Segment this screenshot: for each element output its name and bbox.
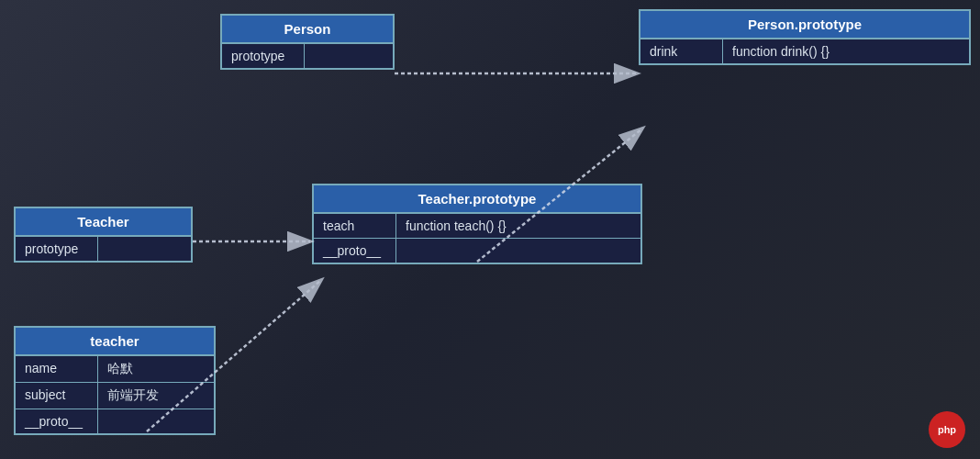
teacher-prototype-title: Teacher.prototype [314,185,640,214]
instance-proto-label: __proto__ [16,409,98,433]
teacher-constructor-title: Teacher [16,208,191,237]
subject-label: subject [16,383,98,409]
drink-label: drink [640,39,723,63]
teacher-proto-label: __proto__ [314,239,396,263]
person-row-prototype: prototype [222,44,393,68]
teacher-instance-box: teacher name 哈默 subject 前端开发 __proto__ [14,326,216,435]
person-prototype-drink-row: drink function drink() {} [640,39,969,63]
person-title: Person [222,16,393,44]
teacher-prototype-box: Teacher.prototype teach function teach()… [312,184,642,264]
person-prototype-value [305,44,424,68]
person-prototype-title: Person.prototype [640,11,969,39]
person-box: Person prototype [220,14,395,70]
teacher-constructor-prototype-row: prototype [16,237,191,261]
teacher-constructor-box: Teacher prototype [14,207,193,263]
teacher-prototype-proto-row: __proto__ [314,239,640,263]
name-label: name [16,356,98,382]
teach-value: function teach() {} [396,214,516,238]
drink-value: function drink() {} [723,39,842,63]
instance-proto-value [98,409,217,433]
name-value: 哈默 [98,356,217,382]
teacher-subject-row: subject 前端开发 [16,383,214,409]
subject-value: 前端开发 [98,383,217,409]
teacher-name-row: name 哈默 [16,356,214,383]
person-prototype-box: Person.prototype drink function drink() … [639,9,971,65]
teacher-proto-value [396,239,516,263]
teach-label: teach [314,214,396,238]
php-badge: php [929,411,965,448]
teacher-instance-title: teacher [16,328,214,356]
teacher-proto-row: __proto__ [16,409,214,433]
teacher-prototype-teach-row: teach function teach() {} [314,214,640,239]
teacher-prototype-label: prototype [16,237,98,261]
person-prototype-label: prototype [222,44,305,68]
teacher-prototype-value [98,237,217,261]
